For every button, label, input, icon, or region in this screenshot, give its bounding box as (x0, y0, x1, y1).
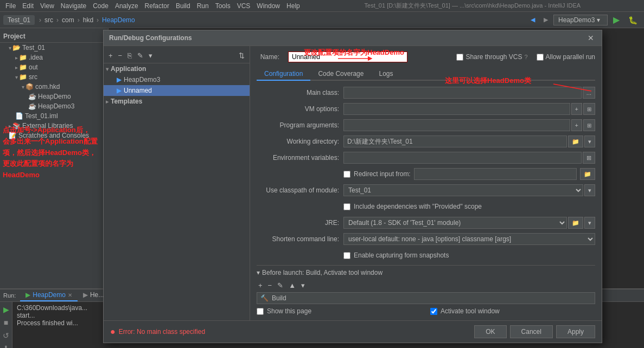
tree-item-heapdemo3[interactable]: ☕ HeapDemo3 (0, 101, 108, 111)
jre-select[interactable]: Default (1.8 - SDK of 'Test_01' module) (343, 217, 567, 229)
tree-label-test01: Test_01 (22, 44, 45, 51)
run-again-button[interactable]: ▶ (2, 304, 10, 315)
tree-item-extlibs[interactable]: ▸ 📚 External Libraries (0, 121, 108, 131)
add-config-button[interactable]: + (107, 50, 114, 61)
before-remove-button[interactable]: − (266, 280, 274, 291)
config-section-application[interactable]: ▾ Application (104, 63, 250, 74)
tree-item-test01[interactable]: ▾ 📂 Test_01 (0, 43, 108, 53)
breadcrumb-sep1: › (39, 16, 41, 24)
menu-navigate[interactable]: Navigate (58, 1, 90, 11)
tab-code-coverage[interactable]: Code Coverage (310, 68, 371, 81)
tab-logs[interactable]: Logs (371, 68, 400, 81)
before-edit-button[interactable]: ✎ (276, 280, 285, 291)
tree-item-idea[interactable]: ▸ 📁 .idea (0, 53, 108, 62)
breadcrumb-com[interactable]: com (62, 16, 74, 24)
sort-config-button[interactable]: ⇅ (237, 50, 246, 61)
config-selector[interactable]: HeapDemo3 ▾ (553, 15, 608, 25)
apply-button[interactable]: Apply (556, 325, 595, 338)
jre-dropdown-button[interactable]: ▾ (584, 217, 595, 229)
env-vars-browse-button[interactable]: ⊞ (583, 152, 595, 164)
program-args-input[interactable] (343, 119, 570, 131)
build-launch-item[interactable]: 🔨 Build (257, 292, 595, 304)
jre-browse-button[interactable]: 📁 (568, 217, 583, 229)
redirect-input[interactable] (414, 168, 577, 180)
include-deps-checkbox[interactable] (343, 203, 350, 210)
menu-run[interactable]: Run (194, 1, 212, 11)
menu-tools[interactable]: Tools (212, 1, 234, 11)
menu-file[interactable]: File (2, 1, 19, 11)
dialog-close-button[interactable]: ✕ (585, 34, 596, 42)
args-options-button[interactable]: ⊞ (583, 119, 595, 131)
forward-button[interactable]: ▶ (540, 15, 551, 24)
copy-config-button[interactable]: ⎘ (126, 50, 133, 61)
breadcrumb-project[interactable]: Test_01 (3, 15, 35, 25)
shorten-select[interactable]: user-local default: none - java [options… (343, 233, 595, 245)
rerun-button[interactable]: ↺ (2, 330, 10, 341)
stop-button[interactable]: ■ (3, 317, 9, 328)
tree-item-out[interactable]: ▸ 📁 out (0, 62, 108, 72)
activate-checkbox[interactable] (430, 308, 437, 315)
name-input[interactable] (288, 51, 407, 62)
vm-expand-button[interactable]: + (571, 103, 582, 115)
vm-options-button[interactable]: ⊞ (583, 103, 595, 115)
classpath-select[interactable]: Test_01 (343, 184, 583, 196)
run-button[interactable]: ▶ (610, 14, 623, 26)
menu-refactor[interactable]: Refactor (142, 1, 173, 11)
remove-config-button[interactable]: − (117, 50, 124, 61)
main-class-browse-button[interactable]: ... (583, 87, 595, 99)
config-section-templates[interactable]: ▸ Templates (104, 96, 250, 107)
dialog-left-panel: + − ⎘ ✎ ▾ ⇅ ▾ Application ▶ HeapDemo3 ▶ … (104, 46, 250, 320)
footer-right: OK Cancel Apply (474, 325, 595, 338)
working-dir-input[interactable] (343, 136, 567, 147)
breadcrumb-sep2: › (56, 16, 59, 24)
breadcrumb-sep4: › (97, 16, 99, 24)
redirect-checkbox[interactable] (343, 171, 350, 178)
breadcrumb-hkd[interactable]: hkd (83, 16, 93, 24)
tree-item-heapdemo[interactable]: ☕ HeapDemo (0, 92, 108, 101)
menu-analyze[interactable]: Analyze (112, 1, 142, 11)
config-item-heapdemo3[interactable]: ▶ HeapDemo3 (104, 74, 250, 85)
classpath-dropdown-button[interactable]: ▾ (584, 184, 595, 196)
tab-configuration[interactable]: Configuration (257, 68, 310, 81)
expand-icon-out: ▸ (15, 65, 18, 70)
menu-window[interactable]: Window (253, 1, 283, 11)
bottom-tab-heapdemo[interactable]: ▶ HeapDemo ✕ (20, 289, 78, 301)
menu-edit[interactable]: Edit (19, 1, 37, 11)
scroll-end-button[interactable]: ⬇ (2, 343, 10, 348)
close-tab-1[interactable]: ✕ (68, 292, 72, 298)
back-button[interactable]: ◀ (527, 15, 538, 24)
before-up-button[interactable]: ▲ (287, 280, 297, 291)
edit-config-button[interactable]: ✎ (136, 50, 145, 61)
tree-item-scratches[interactable]: 📝 Scratches and Consoles (0, 131, 108, 140)
menu-code[interactable]: Code (90, 1, 112, 11)
config-item-unnamed[interactable]: ▶ Unnamed (104, 85, 250, 96)
main-class-input[interactable] (343, 87, 582, 99)
vcs-help-icon[interactable]: ? (524, 54, 527, 60)
working-dir-browse-button[interactable]: 📁 (568, 136, 583, 147)
expand-icon-comhkd: ▾ (22, 84, 24, 90)
breadcrumb-src[interactable]: src (44, 16, 53, 24)
env-vars-input[interactable] (343, 152, 582, 164)
tree-item-src[interactable]: ▾ 📁 src (0, 72, 108, 82)
cancel-button[interactable]: Cancel (510, 325, 553, 338)
ok-button[interactable]: OK (474, 325, 506, 338)
before-down-button[interactable]: ▾ (299, 280, 307, 291)
menu-vcs[interactable]: VCS (234, 1, 254, 11)
redirect-browse-button[interactable]: 📁 (580, 168, 595, 180)
vcs-checkbox[interactable] (456, 54, 463, 61)
breadcrumb-heapdemo[interactable]: HeapDemo (102, 16, 135, 24)
tree-item-comhkd[interactable]: ▾ 📦 com.hkd (0, 82, 108, 92)
working-dir-macro-button[interactable]: ▾ (584, 136, 595, 147)
capture-checkbox[interactable] (343, 252, 350, 259)
vm-options-input[interactable] (343, 103, 570, 115)
show-page-checkbox[interactable] (257, 308, 264, 315)
more-config-button[interactable]: ▾ (147, 50, 154, 61)
menu-help[interactable]: Help (283, 1, 303, 11)
debug-button[interactable]: 🐛 (625, 15, 641, 25)
menu-build[interactable]: Build (173, 1, 194, 11)
menu-view[interactable]: View (37, 1, 58, 11)
tree-item-iml[interactable]: 📄 Test_01.iml (0, 111, 108, 121)
parallel-checkbox[interactable] (537, 54, 544, 61)
before-add-button[interactable]: + (257, 280, 264, 291)
args-expand-button[interactable]: + (571, 119, 582, 131)
